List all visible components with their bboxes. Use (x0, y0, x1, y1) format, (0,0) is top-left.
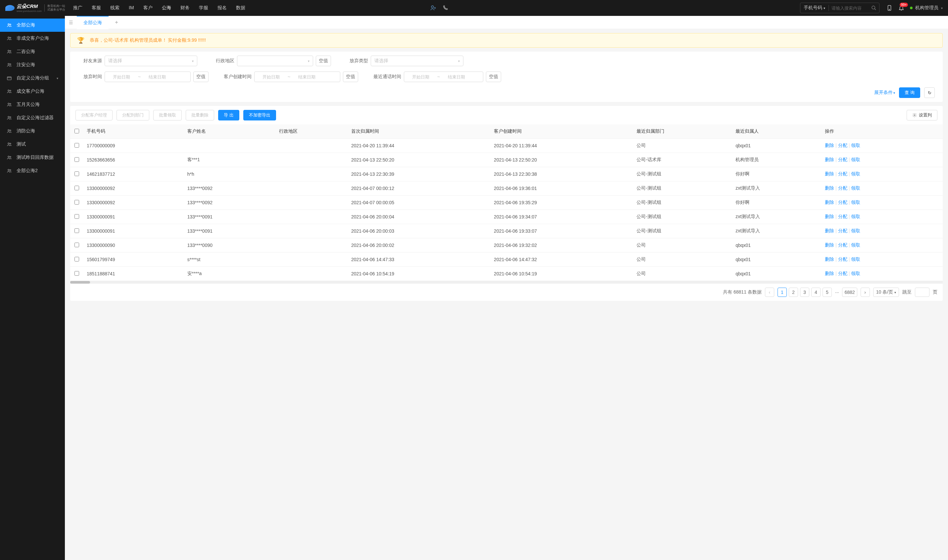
row-checkbox[interactable] (74, 257, 79, 262)
row-checkbox[interactable] (74, 214, 79, 219)
page-button[interactable]: 2 (789, 288, 798, 297)
row-get-link[interactable]: 领取 (851, 214, 860, 219)
expand-filters-button[interactable]: 展开条件▾ (874, 90, 895, 95)
abandon-end-input[interactable] (141, 74, 174, 79)
sidebar-item[interactable]: 五月天公海 (0, 98, 65, 111)
row-delete-link[interactable]: 删除 (825, 257, 834, 262)
select-abandon-type[interactable]: 请选择▾ (371, 55, 463, 66)
row-delete-link[interactable]: 删除 (825, 214, 834, 219)
row-checkbox[interactable] (74, 171, 79, 176)
mobile-icon[interactable] (886, 5, 893, 11)
row-assign-link[interactable]: 分配 (838, 271, 847, 276)
nav-item[interactable]: 财务 (179, 5, 191, 11)
nav-item[interactable]: 学服 (198, 5, 209, 11)
search-icon[interactable] (868, 5, 879, 11)
row-get-link[interactable]: 领取 (851, 257, 860, 262)
sidebar-item[interactable]: 全部公海 (0, 18, 65, 32)
search-input[interactable] (829, 6, 868, 11)
create-end-input[interactable] (290, 74, 323, 79)
abandon-empty-button[interactable]: 空值 (193, 71, 209, 82)
row-assign-link[interactable]: 分配 (838, 242, 847, 248)
select-region[interactable]: ▾ (237, 55, 313, 66)
row-get-link[interactable]: 领取 (851, 157, 860, 162)
collapse-tabs-icon[interactable]: ☰ (65, 20, 77, 25)
row-get-link[interactable]: 领取 (851, 242, 860, 248)
batch-delete-button[interactable]: 批量删除 (186, 110, 214, 120)
nav-item[interactable]: 客服 (90, 5, 102, 11)
row-checkbox[interactable] (74, 186, 79, 190)
row-assign-link[interactable]: 分配 (838, 228, 847, 233)
sidebar-item[interactable]: 全部公海2 (0, 164, 65, 177)
row-assign-link[interactable]: 分配 (838, 214, 847, 219)
page-button[interactable]: 4 (811, 288, 820, 297)
add-tab-button[interactable]: ＋ (109, 19, 125, 26)
row-delete-link[interactable]: 删除 (825, 228, 834, 233)
region-empty-button[interactable]: 空值 (316, 55, 331, 66)
page-button[interactable]: 3 (800, 288, 809, 297)
config-columns-button[interactable]: 设置列 (906, 110, 937, 120)
nav-item[interactable]: 线索 (109, 5, 121, 11)
row-get-link[interactable]: 领取 (851, 228, 860, 233)
row-assign-link[interactable]: 分配 (838, 257, 847, 262)
prev-page-button[interactable]: ‹ (765, 288, 774, 297)
sidebar-item[interactable]: 测试昨日回库数据 (0, 151, 65, 164)
row-checkbox[interactable] (74, 200, 79, 205)
next-page-button[interactable]: › (860, 288, 870, 297)
query-button[interactable]: 查 询 (899, 88, 920, 98)
row-assign-link[interactable]: 分配 (838, 157, 847, 162)
sidebar-item[interactable]: 成交客户公海 (0, 85, 65, 98)
range-call-time[interactable]: ~ (404, 71, 483, 82)
row-get-link[interactable]: 领取 (851, 200, 860, 205)
row-get-link[interactable]: 领取 (851, 185, 860, 191)
export-plain-button[interactable]: 不加密导出 (243, 110, 276, 120)
assign-dept-button[interactable]: 分配到部门 (117, 110, 149, 120)
logo[interactable]: 云朵CRM www.yunduocrm.com 教育机构一站式服务云平台 (5, 3, 65, 12)
page-button[interactable]: 5 (823, 288, 832, 297)
select-source[interactable]: 请选择▾ (105, 55, 197, 66)
nav-item[interactable]: 数据 (235, 5, 246, 11)
user-menu[interactable]: 机构管理员 ▾ (910, 5, 943, 11)
nav-item[interactable]: 客户 (142, 5, 154, 11)
call-start-input[interactable] (404, 74, 437, 79)
row-assign-link[interactable]: 分配 (838, 171, 847, 176)
refresh-button[interactable]: ↻ (924, 88, 935, 98)
row-assign-link[interactable]: 分配 (838, 185, 847, 191)
row-get-link[interactable]: 领取 (851, 171, 860, 176)
create-start-input[interactable] (254, 74, 288, 79)
row-get-link[interactable]: 领取 (851, 271, 860, 276)
row-checkbox[interactable] (74, 143, 79, 148)
row-checkbox[interactable] (74, 271, 79, 276)
page-button[interactable]: 1 (777, 288, 787, 297)
row-delete-link[interactable]: 删除 (825, 200, 834, 205)
horizontal-scrollbar[interactable] (70, 281, 943, 284)
row-delete-link[interactable]: 删除 (825, 185, 834, 191)
jump-page-input[interactable] (915, 288, 930, 297)
row-checkbox[interactable] (74, 243, 79, 247)
phone-icon[interactable] (442, 5, 448, 11)
range-create-time[interactable]: ~ (254, 71, 340, 82)
sidebar-item[interactable]: 二咨公海 (0, 45, 65, 58)
page-size-select[interactable]: 10 条/页 ▾ (873, 288, 899, 297)
sidebar-item[interactable]: 非成交客户公海 (0, 32, 65, 45)
create-empty-button[interactable]: 空值 (343, 71, 358, 82)
nav-item[interactable]: 推广 (72, 5, 84, 11)
bell-icon[interactable]: 99+ (898, 5, 905, 11)
export-button[interactable]: 导 出 (218, 110, 239, 120)
last-page-button[interactable]: 6882 (842, 288, 857, 297)
row-get-link[interactable]: 领取 (851, 143, 860, 148)
row-checkbox[interactable] (74, 157, 79, 162)
nav-item[interactable]: 公海 (160, 5, 172, 11)
search-type-select[interactable]: 手机号码▾ (800, 5, 829, 11)
row-assign-link[interactable]: 分配 (838, 200, 847, 205)
sidebar-item[interactable]: 自定义公海过滤器 (0, 111, 65, 125)
nav-item[interactable]: 报名 (216, 5, 228, 11)
assign-manager-button[interactable]: 分配客户经理 (75, 110, 112, 120)
batch-get-button[interactable]: 批量领取 (153, 110, 182, 120)
add-user-icon[interactable] (430, 5, 437, 11)
row-delete-link[interactable]: 删除 (825, 157, 834, 162)
sidebar-item[interactable]: 自定义公海分组▾ (0, 71, 65, 85)
call-end-input[interactable] (440, 74, 473, 79)
row-delete-link[interactable]: 删除 (825, 143, 834, 148)
select-all-checkbox[interactable] (74, 129, 79, 133)
row-checkbox[interactable] (74, 228, 79, 233)
